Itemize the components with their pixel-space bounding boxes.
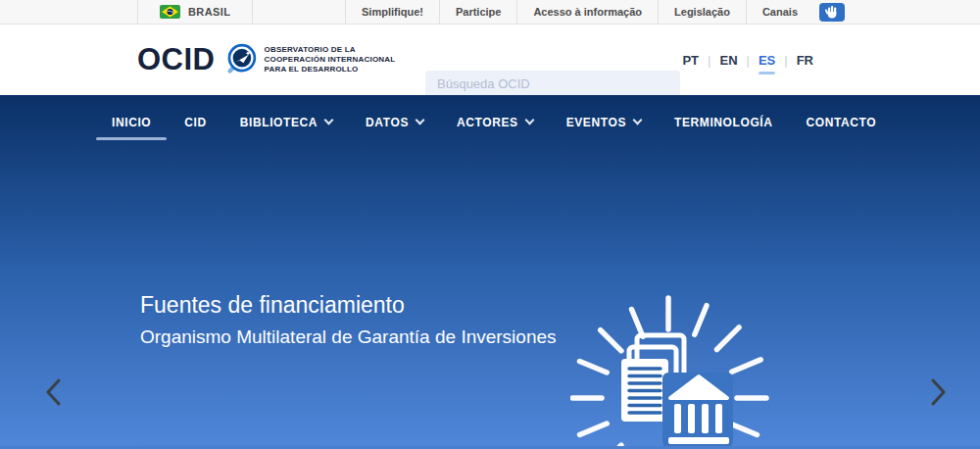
logo-tagline: OBSERVATORIO DE LA COOPERACIÓN INTERNACI… — [265, 45, 396, 75]
carousel-prev-arrow[interactable] — [43, 377, 65, 407]
tagline-line-2: COOPERACIÓN INTERNACIONAL — [265, 55, 396, 65]
lang-separator: | — [708, 53, 710, 68]
nav-item-actores[interactable]: ACTORES — [440, 95, 550, 149]
nav-item-contacto[interactable]: CONTACTO — [790, 95, 894, 149]
gov-brand[interactable]: BRASIL — [137, 0, 253, 24]
nav-item-terminologia[interactable]: TERMINOLOGÍA — [658, 95, 790, 149]
topbar-link-simplifique[interactable]: Simplifique! — [345, 0, 439, 24]
nav-label: INICIO — [112, 116, 151, 129]
documents-bank-sunburst-illustration — [570, 288, 776, 449]
nav-label: CID — [184, 116, 206, 129]
chevron-down-icon — [524, 116, 534, 125]
magnifier-logo-icon — [220, 40, 260, 79]
topbar-link-legislacao[interactable]: Legislação — [658, 0, 746, 24]
vlibras-accessibility-button[interactable] — [819, 3, 845, 22]
nav-item-biblioteca[interactable]: BIBLIOTECA — [223, 95, 349, 149]
country-label: BRASIL — [188, 6, 230, 18]
tagline-line-3: PARA EL DESARROLLO — [265, 65, 396, 75]
topbar-link-participe[interactable]: Participe — [439, 0, 516, 24]
nav-item-cid[interactable]: CID — [168, 95, 222, 149]
lang-fr[interactable]: FR — [797, 53, 813, 68]
tagline-line-1: OBSERVATORIO DE LA — [265, 45, 396, 55]
nav-label: DATOS — [366, 116, 409, 129]
lang-pt[interactable]: PT — [682, 53, 699, 68]
lang-es[interactable]: ES — [759, 53, 775, 68]
carousel-next-arrow[interactable] — [927, 377, 949, 407]
chevron-down-icon — [416, 116, 425, 125]
hero-subtitle: Organismo Multilateral de Garantía de In… — [140, 326, 557, 348]
lang-separator: | — [784, 53, 787, 68]
language-selector: PT | EN | ES | FR — [682, 25, 813, 95]
logo-acronym: OCID — [137, 42, 216, 77]
ocid-logo[interactable]: OCID OBSERVATORIO DE LA COOPERACIÓN INTE… — [137, 40, 395, 79]
vlibras-hand-icon — [825, 6, 839, 19]
site-header: OCID OBSERVATORIO DE LA COOPERACIÓN INTE… — [0, 25, 980, 95]
topbar-link-acesso[interactable]: Acesso à informação — [516, 0, 658, 24]
nav-label: TERMINOLOGÍA — [674, 116, 773, 129]
nav-item-inicio[interactable]: INICIO — [95, 95, 168, 149]
main-band: INICIO CID BIBLIOTECA DATOS ACTORES EVEN… — [0, 95, 980, 449]
lang-en[interactable]: EN — [719, 53, 737, 68]
nav-label: CONTACTO — [807, 116, 877, 129]
gov-links: Simplifique! Participe Acesso à informaç… — [345, 0, 845, 24]
brazil-flag-icon — [160, 5, 180, 19]
hero-title: Fuentes de financiamiento — [140, 292, 405, 319]
ocid-homepage: BRASIL Simplifique! Participe Acesso à i… — [0, 0, 980, 449]
nav-label: EVENTOS — [566, 116, 626, 129]
topbar-link-canais[interactable]: Canais — [746, 0, 813, 24]
nav-item-datos[interactable]: DATOS — [349, 95, 440, 149]
lang-separator: | — [747, 53, 750, 68]
chevron-down-icon — [633, 116, 643, 125]
chevron-down-icon — [324, 116, 334, 125]
main-nav: INICIO CID BIBLIOTECA DATOS ACTORES EVEN… — [95, 95, 893, 149]
nav-label: BIBLIOTECA — [240, 116, 318, 129]
nav-label: ACTORES — [457, 116, 518, 129]
gov-topbar: BRASIL Simplifique! Participe Acesso à i… — [0, 0, 980, 25]
nav-item-eventos[interactable]: EVENTOS — [550, 95, 658, 149]
search-input[interactable] — [425, 71, 680, 97]
